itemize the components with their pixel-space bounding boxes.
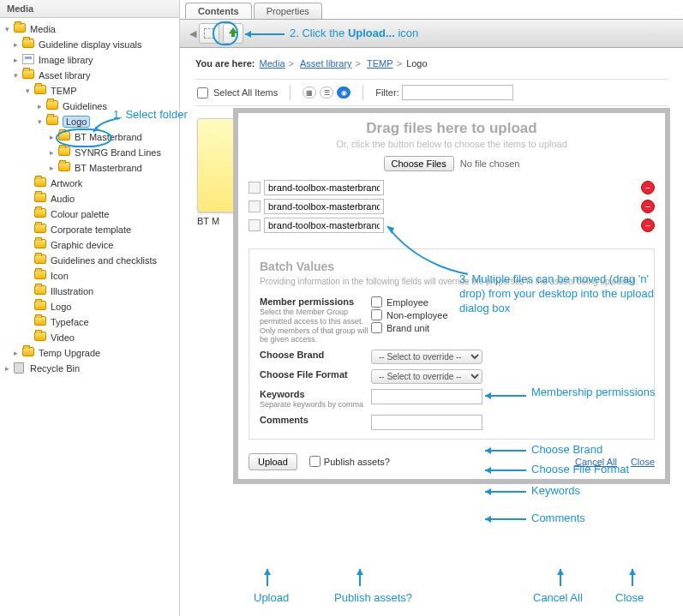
sidebar: Media ▾Media ▸Guideline display visuals … <box>0 0 180 616</box>
keywords-input[interactable] <box>371 389 482 404</box>
expand-sidebar-icon[interactable]: ◀ <box>187 23 199 44</box>
tree-temp[interactable]: TEMP <box>51 86 77 96</box>
batch-title: Batch Values <box>260 260 644 273</box>
tree-illustration[interactable]: Illustration <box>51 286 93 296</box>
member-permissions-label: Member permissions Select the Member Gro… <box>260 296 371 344</box>
select-all-checkbox[interactable] <box>197 87 208 99</box>
tree-guidelines-checklists[interactable]: Guidelines and checklists <box>51 255 157 266</box>
folder-icon <box>34 85 46 94</box>
perm-nonemployee-checkbox[interactable] <box>371 309 382 320</box>
tree-colour[interactable]: Colour palette <box>51 209 110 219</box>
view-grid-large[interactable]: ◉ <box>337 87 350 99</box>
comments-input[interactable] <box>371 415 482 430</box>
folder-icon <box>34 332 46 341</box>
expand-icon[interactable]: ▾ <box>38 117 46 126</box>
breadcrumb-assetlib[interactable]: Asset library <box>300 58 352 69</box>
publish-checkbox[interactable] <box>309 456 321 467</box>
remove-file-button[interactable]: − <box>641 218 655 232</box>
folder-icon <box>34 177 46 187</box>
upload-button[interactable] <box>223 23 243 44</box>
tree-logo-selected[interactable]: Logo <box>63 116 90 128</box>
choose-format-select[interactable]: -- Select to override -- <box>371 369 482 384</box>
expand-icon[interactable]: ▸ <box>14 40 22 49</box>
tree-corporate[interactable]: Corporate template <box>51 224 131 235</box>
filter-input[interactable] <box>402 85 513 100</box>
tree-bt-masterbrand-1[interactable]: BT Masterbrand <box>75 132 142 142</box>
expand-icon[interactable]: ▸ <box>5 364 14 373</box>
choose-format-label: Choose File Format <box>260 369 371 380</box>
folder-icon <box>46 100 58 110</box>
file-name-input[interactable] <box>264 199 384 214</box>
perm-brandunit-label: Brand unit <box>386 323 429 333</box>
library-icon <box>22 54 34 64</box>
tree-temp-upgrade[interactable]: Temp Upgrade <box>39 348 100 358</box>
tree-video[interactable]: Video <box>51 332 75 343</box>
folder-icon <box>34 301 46 310</box>
expand-icon[interactable]: ▾ <box>5 25 14 33</box>
file-name-input[interactable] <box>264 218 384 233</box>
folder-icon <box>34 193 46 202</box>
tree-audio[interactable]: Audio <box>51 194 75 204</box>
expand-icon[interactable]: ▸ <box>14 56 22 64</box>
tree-typeface[interactable]: Typeface <box>51 317 89 327</box>
tree-image-library[interactable]: Image library <box>39 55 93 65</box>
cancel-all-link[interactable]: Cancel All <box>575 457 617 467</box>
file-row: − <box>249 199 655 214</box>
expand-icon[interactable]: ▸ <box>50 133 58 141</box>
breadcrumb-temp[interactable]: TEMP <box>367 58 393 69</box>
upload-dialog: Drag files here to upload Or, click the … <box>233 108 670 484</box>
tree-asset-library[interactable]: Asset library <box>39 70 91 81</box>
remove-file-button[interactable]: − <box>641 200 655 213</box>
expand-icon[interactable]: ▾ <box>14 71 22 80</box>
folder-icon <box>34 224 46 233</box>
batch-values-panel: Batch Values Providing information in th… <box>249 248 655 440</box>
comments-label: Comments <box>260 415 371 425</box>
expand-icon[interactable]: ▸ <box>38 102 46 111</box>
expand-icon[interactable]: ▸ <box>14 349 22 357</box>
tab-properties[interactable]: Properties <box>254 3 322 19</box>
tree-artwork[interactable]: Artwork <box>51 178 82 188</box>
tree-guidelines[interactable]: Guidelines <box>63 101 107 111</box>
expand-icon[interactable]: ▾ <box>26 87 34 95</box>
folder-icon <box>34 239 46 248</box>
view-grid-small[interactable]: ▦ <box>303 87 316 99</box>
folder-icon <box>58 162 70 171</box>
create-button[interactable] <box>199 23 219 44</box>
file-row: − <box>249 218 655 233</box>
view-list[interactable]: ☰ <box>320 87 333 99</box>
perm-brandunit-checkbox[interactable] <box>371 322 382 333</box>
tree-icon[interactable]: Icon <box>51 271 69 281</box>
folder-icon <box>34 254 46 264</box>
choose-brand-select[interactable]: -- Select to override -- <box>371 350 482 364</box>
folder-icon <box>34 270 46 279</box>
media-tree: ▾Media ▸Guideline display visuals ▸Image… <box>0 18 179 380</box>
tree-bt-masterbrand-2[interactable]: BT Masterbrand <box>75 163 142 173</box>
remove-file-button[interactable]: − <box>641 181 655 194</box>
expand-icon[interactable]: ▸ <box>50 148 58 157</box>
toolbar: ◀ <box>180 19 683 48</box>
breadcrumb-current: Logo <box>406 58 427 69</box>
expand-icon[interactable]: ▸ <box>50 164 58 172</box>
tree-graphic[interactable]: Graphic device <box>51 240 113 250</box>
folder-icon <box>22 39 34 48</box>
tab-contents[interactable]: Contents <box>185 3 252 19</box>
tree-synrg[interactable]: SYNRG Brand Lines <box>75 147 161 158</box>
thumbnail-image <box>197 118 236 212</box>
upload-submit-button[interactable]: Upload <box>249 453 297 470</box>
perm-nonemployee-label: Non-employee <box>386 310 448 320</box>
asset-thumbnail[interactable]: BT M <box>197 118 236 226</box>
tree-guideline-visuals[interactable]: Guideline display visuals <box>39 39 141 50</box>
upload-icon <box>227 27 239 39</box>
perm-employee-checkbox[interactable] <box>371 296 382 308</box>
tree-media[interactable]: Media <box>30 24 56 34</box>
drop-title: Drag files here to upload <box>238 120 665 137</box>
file-name-input[interactable] <box>264 180 384 195</box>
breadcrumb-media[interactable]: Media <box>260 58 285 69</box>
close-link[interactable]: Close <box>631 457 655 467</box>
folder-icon <box>34 316 46 326</box>
choose-files-button[interactable]: Choose Files <box>384 156 454 171</box>
select-all-label: Select All Items <box>213 87 278 98</box>
tree-recycle[interactable]: Recycle Bin <box>30 363 80 374</box>
breadcrumb: You are here: Media> Asset library> TEMP… <box>195 58 668 69</box>
tree-logo2[interactable]: Logo <box>51 302 71 312</box>
